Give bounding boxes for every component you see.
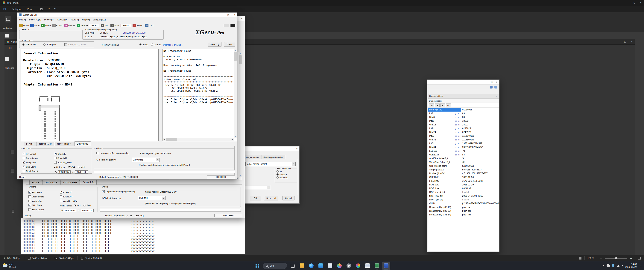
gridlines-icon[interactable]	[579, 257, 582, 259]
inspector-value[interactable]: 08:50:38	[461, 187, 499, 190]
goto-link[interactable]: go to:	[454, 127, 460, 129]
inspector-row[interactable]: time_t (32 bit)go to: 2005-04-15 04:42:5…	[428, 194, 499, 198]
close-icon[interactable]: ×	[239, 16, 245, 21]
log-panel[interactable]: No Programmer Found.W25Q64JW-IM Memory S…	[162, 49, 237, 141]
inspector-row[interactable]: Int24go to: 6243923	[428, 126, 499, 130]
save-log-button[interactable]: Save Log	[208, 42, 222, 47]
fullscreen-icon[interactable]	[638, 257, 641, 259]
inspector-row[interactable]: time_t (64 bit)go to: Invalid	[428, 198, 499, 202]
paint-menu-item[interactable]: Fil	[3, 8, 6, 11]
inspector-row[interactable]: UInt64go to: 23731099878245971	[428, 145, 499, 149]
inspector-row[interactable]: UInt32go to: 1113540179	[428, 138, 499, 142]
search-direction-radio[interactable]: Backward	[276, 176, 288, 179]
option-checkbox[interactable]: Erase before	[28, 195, 44, 198]
option-checkbox[interactable]: Verify after	[28, 200, 44, 202]
addr-from-field[interactable]: 003F8000	[64, 209, 76, 212]
tv-icon[interactable]	[230, 24, 235, 27]
16bits-radio[interactable]: 16 Bits	[151, 44, 161, 46]
minimize-icon[interactable]: –	[219, 13, 225, 18]
hex-row[interactable]: 0000027000 00 00 00 00 00 00 00 00 00 00…	[24, 223, 245, 226]
toolbar-button[interactable]: ▶ AUTO	[41, 24, 51, 27]
option-checkbox[interactable]: Skip Blank	[28, 204, 44, 206]
hex-row[interactable]: 0000028000 00 00 00 00 00 00 00 00 00 00…	[24, 226, 245, 229]
paste-button-icon[interactable]	[5, 57, 9, 61]
inspector-value[interactable]: Invalid	[461, 198, 499, 201]
goto-link[interactable]: go to:	[454, 135, 460, 137]
taskbar-app-icon[interactable]	[382, 261, 390, 270]
option-checkbox[interactable]: Verify after	[23, 161, 38, 164]
hex-row[interactable]: 0000029000 00 00 00 00 00 00 00 00 00 00…	[24, 229, 245, 232]
inspector-row[interactable]: UInt24go to: 6243923	[428, 130, 499, 134]
xgpro-menu-item[interactable]: Help(H)	[82, 18, 90, 21]
inspector-row[interactable]: UInt8go to: 83	[428, 115, 499, 119]
save-icon[interactable]	[40, 8, 43, 10]
taskbar-app-icon[interactable]	[345, 261, 353, 270]
goto-link[interactable]: go to:	[454, 120, 460, 122]
inspector-value[interactable]: 4,51908120614387E-307	[461, 172, 499, 175]
toolbar-button[interactable]: READ	[90, 24, 99, 27]
inspector-value[interactable]: -45	[461, 150, 499, 152]
hidden-icons-chevron[interactable]: ∧	[603, 264, 604, 267]
toolbar-button[interactable]: □ BLANK	[52, 24, 63, 27]
wifi-icon[interactable]	[617, 265, 620, 267]
chevron-down-icon[interactable]: ▼	[292, 162, 295, 166]
inspector-row[interactable]: Binary (8 bit)go to: 01010011	[428, 108, 499, 111]
minimize-icon[interactable]: –	[485, 81, 490, 83]
zoom-percent[interactable]: 100 %	[588, 257, 594, 259]
addr-all-radio[interactable]: ALL	[68, 166, 75, 168]
maximize-icon[interactable]: □	[622, 39, 628, 45]
option-checkbox[interactable]: Auto SN_NUM	[60, 200, 77, 202]
addr-sect-radio[interactable]: Sect	[84, 204, 91, 206]
device-tab[interactable]: STATUS REG	[55, 142, 74, 146]
goto-link[interactable]: go to:	[454, 131, 460, 133]
toolbar-button[interactable]: % CALC	[145, 24, 154, 27]
unprotect-checkbox[interactable]: Unprotect before programming	[102, 190, 135, 193]
hex-row[interactable]: 000002C0FF FF FF FF FF FF FF FF FF FF FF…	[24, 237, 245, 240]
redo-icon[interactable]: ↷	[54, 7, 57, 11]
toolbar-button[interactable]: ✓ VERIFY	[77, 24, 88, 27]
nav-arrow-button[interactable]: ▶	[440, 103, 445, 107]
zoom-slider-thumb[interactable]	[615, 257, 618, 259]
icsp-vcc-checkbox[interactable]: ICSP_VCC_Enable	[64, 43, 86, 46]
zoom-out-icon[interactable]: –	[600, 257, 602, 260]
inspector-value[interactable]: 23731099878245971	[461, 146, 499, 149]
security-icon[interactable]	[612, 264, 614, 267]
xgpro-menu-item[interactable]: Device(D)	[58, 18, 68, 21]
toolbar-button[interactable]: × ABORT	[132, 24, 144, 27]
inspector-value[interactable]: 2015-02-19	[461, 183, 499, 186]
paint-menu-item[interactable]: Redigera	[12, 8, 22, 11]
inspector-value[interactable]: 1899-12-30	[461, 176, 499, 179]
inspector-value[interactable]: 83	[461, 116, 499, 118]
toolbar-button[interactable]: ◆ ERASE	[64, 24, 75, 27]
onedrive-icon[interactable]	[606, 265, 610, 267]
inspector-value[interactable]: 1113540179	[461, 135, 499, 137]
xgpro-menu-item[interactable]: Tools(V)	[70, 18, 79, 21]
inspector-row[interactable]: Disassembly (x86-64)go to: push rbx	[428, 213, 499, 217]
inspector-row[interactable]: DOS timego to: 08:50:38	[428, 187, 499, 190]
dialog-button[interactable]: Cancel	[282, 196, 294, 200]
paint-menu-item[interactable]: Visa	[27, 8, 32, 11]
minimize-icon[interactable]: –	[625, 0, 631, 6]
xgpro-menu-item[interactable]: Language(L)	[93, 18, 106, 21]
goto-link[interactable]: go to:	[454, 154, 460, 156]
volume-icon[interactable]	[622, 265, 623, 267]
zif-socket-radio[interactable]: ZIF socket	[22, 43, 36, 46]
inspector-row[interactable]: AnsiChar / char8_tgo to: S	[428, 157, 499, 160]
search-tab[interactable]: Floating point number	[262, 155, 285, 159]
inspector-value[interactable]: 83	[461, 112, 499, 115]
hex-row[interactable]: 000002B000 00 00 00 FF FF FF FF FF FF FF…	[24, 235, 245, 237]
inspector-value[interactable]: {425F4653-4F4F-0054-0000-000000000000}	[461, 202, 499, 205]
nav-arrow-button[interactable]: ◀	[435, 103, 440, 107]
device-tab[interactable]: FLASH	[24, 142, 36, 146]
spi-clock-combobox[interactable]: 25.0 MHz ▼	[132, 158, 160, 162]
hex-row[interactable]: 000002D0FF FF FF FF FF FF FF FF FF FF FF…	[24, 240, 245, 243]
chevron-down-icon[interactable]: ▼	[156, 158, 159, 162]
device-tab[interactable]: OTP Secu.R	[36, 142, 54, 146]
spi-clock-combobox[interactable]: 25.0 MHz ▼	[138, 196, 166, 200]
taskbar-app-icon[interactable]	[373, 261, 381, 270]
nav-arrow-button[interactable]: ▶|	[446, 103, 451, 107]
scrollbar-vertical[interactable]: ▲▼	[239, 52, 242, 177]
taskbar-app-icon[interactable]	[288, 261, 297, 270]
chevron-down-icon[interactable]: ▼	[267, 186, 270, 189]
goto-link[interactable]: go to:	[454, 116, 460, 118]
